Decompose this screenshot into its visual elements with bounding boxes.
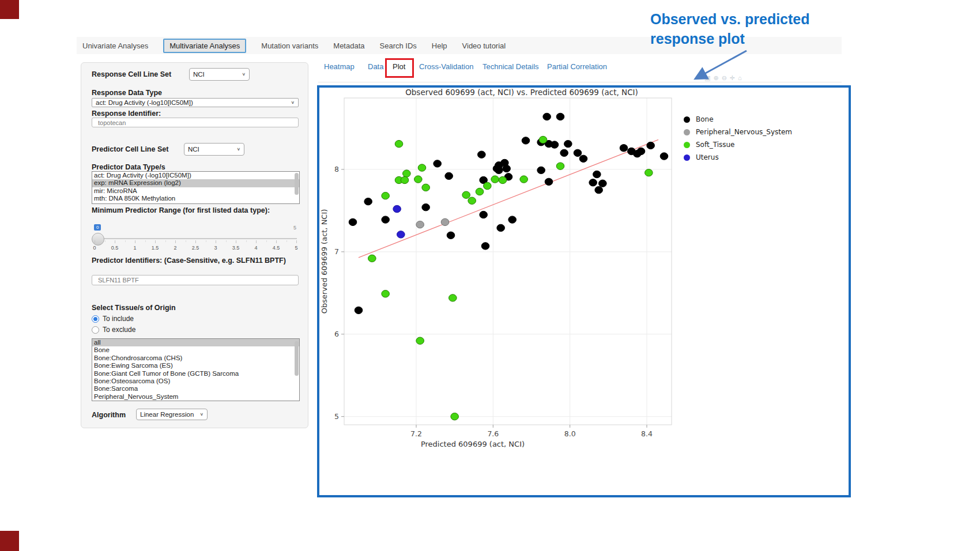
slider-tick <box>95 240 95 243</box>
slider-tick-label: 4.5 <box>273 245 280 251</box>
plot-tab-data[interactable]: Data <box>368 62 383 71</box>
predictor-type-option-exp-mrna-expression-log2[interactable]: exp: mRNA Expression (log2) <box>92 179 299 187</box>
plot-tab-technical-details[interactable]: Technical Details <box>483 62 539 71</box>
data-point-soft-tissue <box>476 188 484 195</box>
response-cell-line-set-select[interactable]: NCI ∨ <box>189 68 250 81</box>
tissue-option-all[interactable]: all <box>92 339 299 346</box>
data-point-bone <box>503 165 511 172</box>
min-predictor-range-label: Minimum Predictor Range (for first liste… <box>92 206 282 215</box>
chevron-down-icon: ∨ <box>199 412 203 417</box>
predictor-type-option-mth-dna-850k-methylation[interactable]: mth: DNA 850K Methylation <box>92 195 299 202</box>
tissue-option-bone-chondrosarcoma-chs[interactable]: Bone:Chondrosarcoma (CHS) <box>92 354 299 362</box>
plot-tab-partial-correlation[interactable]: Partial Correlation <box>547 62 607 71</box>
corner-marker-top <box>0 0 19 19</box>
slider-value-badge: 0 <box>94 224 101 231</box>
legend-item-peripheral-nervous-system[interactable]: Peripheral_Nervous_System <box>684 126 792 138</box>
tissue-option-bone-giant-cell-tumor-of-bone-gctb-sarcoma[interactable]: Bone:Giant Cell Tumor of Bone (GCTB) Sar… <box>92 370 299 378</box>
predictor-identifiers-input[interactable] <box>92 275 299 285</box>
legend-item-soft-tissue[interactable]: Soft_Tissue <box>684 138 792 151</box>
slider-tick <box>175 240 176 243</box>
nav-tab-univariate-analyses[interactable]: Univariate Analyses <box>82 41 148 50</box>
predictor-cell-line-set-select[interactable]: NCI ∨ <box>184 143 244 156</box>
nav-tab-help[interactable]: Help <box>432 41 447 50</box>
tab-divider <box>318 82 842 82</box>
slider-handle[interactable] <box>92 233 104 246</box>
legend-swatch <box>684 129 690 135</box>
data-point-bone <box>593 171 601 178</box>
slider-tick <box>296 240 297 243</box>
response-data-type-select[interactable]: act: Drug Activity (-log10[IC50M]) ∨ <box>92 98 299 107</box>
data-point-peripheral-nervous-system <box>441 218 449 225</box>
response-data-type-label: Response Data Type <box>92 89 162 97</box>
slider-track[interactable] <box>93 238 297 239</box>
data-point-soft-tissue <box>382 290 390 297</box>
slider-minor-tick <box>266 240 267 242</box>
nav-tab-search-ids[interactable]: Search IDs <box>380 41 417 50</box>
slider-minor-tick <box>145 240 146 242</box>
tissue-option-bone-osteosarcoma-os[interactable]: Bone:Osteosarcoma (OS) <box>92 378 299 385</box>
predictor-data-types-listbox[interactable]: act: Drug Activity (-log10[IC50M])exp: m… <box>92 171 300 204</box>
data-point-bone <box>564 140 572 147</box>
tissue-origin-radio-to-exclude[interactable]: To exclude <box>92 326 135 334</box>
data-point-soft-tissue <box>491 176 499 183</box>
tissue-option-bone[interactable]: Bone <box>92 346 299 354</box>
algorithm-select[interactable]: Linear Regression ∨ <box>136 409 208 420</box>
plot-tab-plot[interactable]: Plot <box>393 62 405 71</box>
slider-tick-label: 2.5 <box>192 245 199 251</box>
response-identifier-input[interactable] <box>92 118 299 127</box>
data-point-soft-tissue <box>484 182 492 189</box>
tissue-option-bone-ewing-sarcoma-es[interactable]: Bone:Ewing Sarcoma (ES) <box>92 362 299 369</box>
slider-minor-tick <box>105 240 105 242</box>
data-point-soft-tissue <box>645 169 653 176</box>
data-point-bone <box>349 218 357 225</box>
legend-item-bone[interactable]: Bone <box>684 113 792 126</box>
scrollbar-thumb[interactable] <box>295 341 299 376</box>
tissue-listbox[interactable]: allBoneBone:Chondrosarcoma (CHS)Bone:Ewi… <box>92 338 300 401</box>
nav-tab-metadata[interactable]: Metadata <box>333 41 364 50</box>
slider-minor-tick <box>186 240 186 242</box>
plot-legend: BonePeripheral_Nervous_SystemSoft_Tissue… <box>684 113 792 164</box>
tissue-option-peripheral-nervous-system[interactable]: Peripheral_Nervous_System <box>92 393 299 401</box>
radio-label: To exclude <box>103 326 135 334</box>
slider-tick-label: 2 <box>174 245 176 251</box>
predictor-data-types-label: Predictor Data Type/s <box>92 163 165 172</box>
legend-swatch <box>684 142 690 148</box>
data-point-soft-tissue <box>395 140 403 147</box>
plot-tab-cross-validation[interactable]: Cross-Validation <box>419 62 473 71</box>
corner-marker-bottom <box>0 531 19 551</box>
data-point-bone <box>447 232 455 239</box>
data-point-bone <box>620 145 628 152</box>
data-point-bone <box>478 151 486 158</box>
radio-label: To include <box>103 315 134 323</box>
data-point-soft-tissue <box>499 176 507 183</box>
data-point-soft-tissue <box>403 170 411 177</box>
plot-tab-heatmap[interactable]: Heatmap <box>324 62 355 71</box>
slider-minor-tick <box>246 240 247 242</box>
data-point-bone <box>481 243 489 250</box>
legend-item-uterus[interactable]: Uterus <box>684 151 792 164</box>
predictor-type-option-act-drug-activity-log10-ic50m[interactable]: act: Drug Activity (-log10[IC50M]) <box>92 172 299 179</box>
data-point-soft-tissue <box>418 164 426 171</box>
x-tick-label: 7.2 <box>410 429 422 438</box>
tissue-option-bone-sarcoma[interactable]: Bone:Sarcoma <box>92 385 299 393</box>
nav-tab-video-tutorial[interactable]: Video tutorial <box>462 41 506 50</box>
predictor-type-option-mir-microrna[interactable]: mir: MicroRNA <box>92 187 299 195</box>
data-point-bone <box>551 141 559 148</box>
nav-tab-mutation-variants[interactable]: Mutation variants <box>261 41 318 50</box>
slider-tick <box>155 240 156 243</box>
data-point-bone <box>480 211 488 218</box>
slider-tick <box>135 240 135 243</box>
tissue-origin-radio-to-include[interactable]: To include <box>92 315 134 323</box>
data-point-soft-tissue <box>462 191 470 198</box>
scrollbar-thumb[interactable] <box>295 173 299 195</box>
min-predictor-range-slider: 0 5 00.511.522.533.544.55 <box>92 224 299 256</box>
data-point-bone <box>543 113 551 120</box>
data-point-soft-tissue <box>414 176 423 183</box>
data-point-bone <box>545 178 553 185</box>
predictor-cell-line-set-label: Predictor Cell Line Set <box>92 145 168 154</box>
annotation-text: Observed vs. predicted response plot <box>650 9 858 48</box>
data-point-soft-tissue <box>368 255 376 262</box>
radio-dot <box>93 317 97 321</box>
nav-tab-multivariate-analyses[interactable]: Multivariate Analyses <box>163 39 246 53</box>
data-point-uterus <box>393 205 401 212</box>
